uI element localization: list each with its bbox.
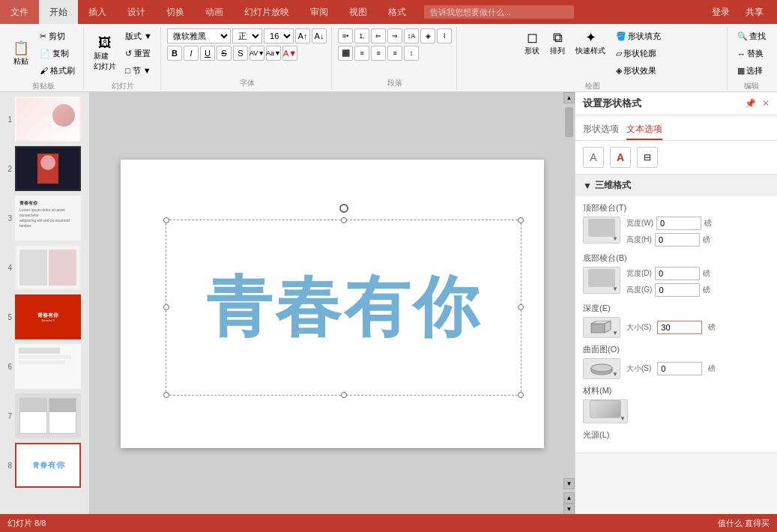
text-fill-icon-btn[interactable]: A bbox=[583, 147, 604, 168]
text-effect-icon-btn[interactable]: ⊟ bbox=[637, 147, 658, 168]
slide-image-6[interactable] bbox=[15, 344, 81, 389]
top-platform-thumbnail[interactable] bbox=[583, 217, 620, 244]
handle-bottom-right[interactable] bbox=[518, 392, 524, 398]
slide-thumb-5[interactable]: 5 青春有你 Season 3 bbox=[3, 294, 86, 339]
material-thumbnail[interactable] bbox=[583, 399, 628, 423]
tab-slideshow[interactable]: 幻灯片放映 bbox=[234, 0, 300, 24]
tab-view[interactable]: 视图 bbox=[339, 0, 378, 24]
numbering-button[interactable]: 1. bbox=[354, 28, 369, 43]
font-size-select[interactable]: 166 bbox=[264, 28, 294, 43]
top-height-input[interactable] bbox=[655, 233, 700, 247]
slide-thumb-3[interactable]: 3 青春有你 Lorem ipsum dolor sit amet consec… bbox=[3, 196, 86, 241]
select-button[interactable]: ▦ 选择 bbox=[734, 63, 770, 79]
bottom-height-input[interactable] bbox=[655, 283, 700, 297]
increase-indent-button[interactable]: ⇒ bbox=[387, 28, 402, 43]
share-button[interactable]: 共享 bbox=[740, 4, 770, 21]
tab-design[interactable]: 设计 bbox=[117, 0, 156, 24]
curve-size-input[interactable] bbox=[657, 362, 702, 375]
shape-effect-button[interactable]: ◈ 形状效果 bbox=[612, 63, 665, 79]
3d-format-header[interactable]: ▼ 三维格式 bbox=[575, 175, 777, 196]
quick-styles-button[interactable]: ✦ 快速样式 bbox=[572, 28, 609, 58]
decrease-font-button[interactable]: A↓ bbox=[312, 28, 327, 43]
panel-tab-shape[interactable]: 形状选项 bbox=[583, 120, 619, 140]
slide-thumb-6[interactable]: 6 bbox=[3, 344, 86, 389]
layout-button[interactable]: 版式 ▼ bbox=[121, 28, 156, 44]
tab-animation[interactable]: 动画 bbox=[195, 0, 234, 24]
handle-top-right[interactable] bbox=[518, 217, 524, 223]
reset-button[interactable]: ↺ 重置 bbox=[121, 46, 156, 61]
section-button[interactable]: □ 节 ▼ bbox=[121, 63, 156, 79]
shape-fill-button[interactable]: 🪣 形状填充 bbox=[612, 28, 665, 44]
handle-bottom-left[interactable] bbox=[163, 392, 169, 398]
handle-middle-left[interactable] bbox=[163, 304, 169, 310]
panel-pin-button[interactable]: 📌 bbox=[745, 98, 756, 109]
tab-home[interactable]: 开始 bbox=[39, 0, 78, 24]
handle-middle-right[interactable] bbox=[518, 304, 524, 310]
bottom-width-input[interactable] bbox=[655, 267, 700, 280]
rotate-handle[interactable] bbox=[339, 204, 348, 213]
column-button[interactable]: ⌇ bbox=[437, 28, 452, 43]
slide-image-1[interactable] bbox=[15, 97, 81, 142]
cut-button[interactable]: ✂ 剪切 bbox=[36, 28, 79, 44]
slide-image-4[interactable] bbox=[15, 245, 81, 290]
tab-format[interactable]: 格式 bbox=[378, 0, 417, 24]
depth-size-input[interactable] bbox=[657, 321, 702, 334]
tab-transition[interactable]: 切换 bbox=[156, 0, 195, 24]
scroll-up-button[interactable]: ▲ bbox=[563, 92, 575, 103]
line-spacing-button[interactable]: ↕ bbox=[404, 46, 419, 61]
text-outline-icon-btn[interactable]: A bbox=[610, 147, 631, 168]
convert-smartart-button[interactable]: ◈ bbox=[420, 28, 435, 43]
char-spacing-button[interactable]: AV▼ bbox=[250, 46, 264, 61]
slide-image-8[interactable]: 青春有你 bbox=[15, 443, 81, 488]
slide-image-2[interactable] bbox=[15, 146, 81, 191]
handle-bottom-center[interactable] bbox=[341, 392, 347, 398]
align-center-button[interactable]: ≡ bbox=[354, 46, 369, 61]
justify-button[interactable]: ≡ bbox=[387, 46, 402, 61]
paste-button[interactable]: 📋 粘贴 bbox=[7, 39, 34, 69]
font-style-select[interactable]: 正文 bbox=[232, 28, 262, 43]
shapes-button[interactable]: ◻ 形状 bbox=[521, 28, 543, 58]
slide-thumb-1[interactable]: 1 bbox=[3, 97, 86, 142]
italic-button[interactable]: I bbox=[184, 46, 199, 61]
handle-top-center[interactable] bbox=[341, 217, 347, 223]
slide-image-5[interactable]: 青春有你 Season 3 bbox=[15, 294, 81, 339]
scroll-thumb[interactable] bbox=[565, 107, 573, 137]
slide-canvas[interactable]: 青春有你 bbox=[121, 160, 544, 448]
tab-insert[interactable]: 插入 bbox=[78, 0, 117, 24]
bullets-button[interactable]: ≡• bbox=[338, 28, 353, 43]
copy-button[interactable]: 📄 复制 bbox=[36, 46, 79, 61]
replace-button[interactable]: ↔ 替换 bbox=[734, 46, 770, 61]
search-input[interactable] bbox=[424, 5, 574, 19]
find-button[interactable]: 🔍 查找 bbox=[734, 28, 770, 44]
align-left-button[interactable]: ⬛ bbox=[338, 46, 353, 61]
panel-close-button[interactable]: ✕ bbox=[762, 98, 770, 109]
slide-thumb-7[interactable]: 7 bbox=[3, 393, 86, 438]
handle-top-left[interactable] bbox=[163, 217, 169, 223]
format-painter-button[interactable]: 🖌 格式刷 bbox=[36, 63, 79, 79]
decrease-indent-button[interactable]: ⇐ bbox=[371, 28, 386, 43]
case-button[interactable]: Aa▼ bbox=[266, 46, 281, 61]
text-box-container[interactable]: 青春有你 bbox=[166, 220, 521, 396]
bottom-platform-thumbnail[interactable] bbox=[583, 267, 620, 294]
slide-image-3[interactable]: 青春有你 Lorem ipsum dolor sit amet consecte… bbox=[15, 196, 81, 241]
arrange-button[interactable]: ⧉ 排列 bbox=[546, 28, 569, 58]
slide-thumb-4[interactable]: 4 bbox=[3, 245, 86, 290]
font-family-select[interactable]: 微软雅黑 bbox=[167, 28, 231, 43]
increase-font-button[interactable]: A↑ bbox=[295, 28, 310, 43]
next-slide-button[interactable]: ▼ bbox=[563, 504, 575, 515]
font-color-button[interactable]: A▼ bbox=[282, 46, 297, 61]
shape-outline-button[interactable]: ▱ 形状轮廓 bbox=[612, 46, 665, 61]
tab-file[interactable]: 文件 bbox=[0, 0, 39, 24]
login-button[interactable]: 登录 bbox=[706, 4, 736, 21]
curve-thumbnail[interactable] bbox=[583, 358, 620, 379]
align-right-button[interactable]: ≡ bbox=[371, 46, 386, 61]
depth-thumbnail[interactable] bbox=[583, 317, 620, 338]
bold-button[interactable]: B bbox=[167, 46, 182, 61]
slide-thumb-2[interactable]: 2 bbox=[3, 146, 86, 191]
shadow-button[interactable]: S bbox=[233, 46, 248, 61]
prev-slide-button[interactable]: ▲ bbox=[563, 492, 575, 504]
tab-review[interactable]: 审阅 bbox=[300, 0, 339, 24]
text-direction-button[interactable]: ↕A bbox=[404, 28, 419, 43]
slide-thumb-8[interactable]: 8 青春有你 bbox=[3, 443, 86, 488]
panel-tab-text[interactable]: 文本选项 bbox=[626, 120, 662, 140]
